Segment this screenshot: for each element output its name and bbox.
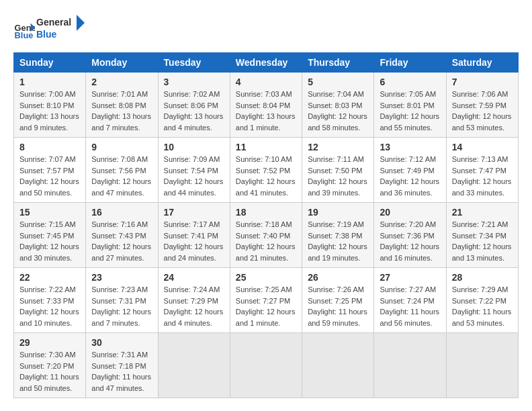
day-info: Sunrise: 7:05 AMSunset: 8:01 PMDaylight:… xyxy=(380,90,439,132)
calendar-cell: 27 Sunrise: 7:27 AMSunset: 7:24 PMDaylig… xyxy=(374,268,446,333)
day-number: 27 xyxy=(380,272,440,283)
day-info: Sunrise: 7:17 AMSunset: 7:41 PMDaylight:… xyxy=(164,220,224,262)
day-number: 30 xyxy=(91,337,152,348)
calendar-week-1: 1 Sunrise: 7:00 AMSunset: 8:10 PMDayligh… xyxy=(14,73,519,138)
calendar-week-4: 22 Sunrise: 7:22 AMSunset: 7:33 PMDaylig… xyxy=(14,268,519,333)
day-info: Sunrise: 7:06 AMSunset: 7:59 PMDaylight:… xyxy=(452,90,512,132)
day-number: 12 xyxy=(308,142,368,152)
day-number: 28 xyxy=(452,272,513,283)
day-number: 9 xyxy=(91,142,152,152)
calendar-week-2: 8 Sunrise: 7:07 AMSunset: 7:57 PMDayligh… xyxy=(14,138,519,203)
day-info: Sunrise: 7:18 AMSunset: 7:40 PMDaylight:… xyxy=(236,220,296,262)
calendar-cell: 20 Sunrise: 7:20 AMSunset: 7:36 PMDaylig… xyxy=(374,203,446,268)
day-info: Sunrise: 7:31 AMSunset: 7:18 PMDaylight:… xyxy=(91,351,151,392)
svg-text:Blue: Blue xyxy=(36,29,57,40)
day-info: Sunrise: 7:00 AMSunset: 8:10 PMDaylight:… xyxy=(19,90,79,132)
calendar-cell: 11 Sunrise: 7:10 AMSunset: 7:52 PMDaylig… xyxy=(230,138,302,203)
calendar-cell: 24 Sunrise: 7:24 AMSunset: 7:29 PMDaylig… xyxy=(158,268,230,333)
day-number: 1 xyxy=(19,77,80,87)
day-number: 20 xyxy=(380,207,440,218)
calendar-cell: 15 Sunrise: 7:15 AMSunset: 7:45 PMDaylig… xyxy=(14,203,86,268)
day-info: Sunrise: 7:09 AMSunset: 7:54 PMDaylight:… xyxy=(164,155,224,197)
logo-icon: General Blue xyxy=(13,19,35,40)
day-number: 26 xyxy=(308,272,368,283)
calendar-cell: 4 Sunrise: 7:03 AMSunset: 8:04 PMDayligh… xyxy=(230,73,302,138)
general-blue-logo: General Blue xyxy=(36,13,90,43)
calendar-cell: 28 Sunrise: 7:29 AMSunset: 7:22 PMDaylig… xyxy=(446,268,518,333)
col-header-sunday: Sunday xyxy=(14,53,86,73)
day-number: 21 xyxy=(452,207,513,218)
day-number: 17 xyxy=(164,207,224,218)
calendar-cell: 22 Sunrise: 7:22 AMSunset: 7:33 PMDaylig… xyxy=(14,268,86,333)
day-number: 19 xyxy=(308,207,368,218)
calendar-cell: 10 Sunrise: 7:09 AMSunset: 7:54 PMDaylig… xyxy=(158,138,230,203)
day-info: Sunrise: 7:30 AMSunset: 7:20 PMDaylight:… xyxy=(19,351,79,392)
calendar-cell xyxy=(374,333,446,398)
page-header: General Blue General Blue xyxy=(13,13,519,46)
col-header-tuesday: Tuesday xyxy=(158,53,230,73)
calendar-cell: 5 Sunrise: 7:04 AMSunset: 8:03 PMDayligh… xyxy=(302,73,374,138)
svg-text:General: General xyxy=(36,17,71,28)
day-info: Sunrise: 7:10 AMSunset: 7:52 PMDaylight:… xyxy=(236,155,296,197)
svg-text:Blue: Blue xyxy=(15,30,34,40)
calendar-cell: 16 Sunrise: 7:16 AMSunset: 7:43 PMDaylig… xyxy=(86,203,158,268)
col-header-wednesday: Wednesday xyxy=(230,53,302,73)
calendar-cell: 19 Sunrise: 7:19 AMSunset: 7:38 PMDaylig… xyxy=(302,203,374,268)
calendar-cell: 26 Sunrise: 7:26 AMSunset: 7:25 PMDaylig… xyxy=(302,268,374,333)
day-info: Sunrise: 7:21 AMSunset: 7:34 PMDaylight:… xyxy=(452,220,512,262)
day-info: Sunrise: 7:07 AMSunset: 7:57 PMDaylight:… xyxy=(19,155,79,197)
calendar-cell: 8 Sunrise: 7:07 AMSunset: 7:57 PMDayligh… xyxy=(14,138,86,203)
calendar-cell xyxy=(302,333,374,398)
day-info: Sunrise: 7:16 AMSunset: 7:43 PMDaylight:… xyxy=(91,220,151,262)
day-info: Sunrise: 7:15 AMSunset: 7:45 PMDaylight:… xyxy=(19,220,79,262)
calendar-cell: 2 Sunrise: 7:01 AMSunset: 8:08 PMDayligh… xyxy=(86,73,158,138)
calendar-cell xyxy=(446,333,518,398)
day-number: 2 xyxy=(91,77,152,87)
calendar-cell: 12 Sunrise: 7:11 AMSunset: 7:50 PMDaylig… xyxy=(302,138,374,203)
day-info: Sunrise: 7:22 AMSunset: 7:33 PMDaylight:… xyxy=(19,285,79,327)
calendar-header-row: SundayMondayTuesdayWednesdayThursdayFrid… xyxy=(14,53,519,73)
calendar-cell: 29 Sunrise: 7:30 AMSunset: 7:20 PMDaylig… xyxy=(14,333,86,398)
day-number: 14 xyxy=(452,142,513,152)
day-info: Sunrise: 7:20 AMSunset: 7:36 PMDaylight:… xyxy=(380,220,439,262)
day-info: Sunrise: 7:25 AMSunset: 7:27 PMDaylight:… xyxy=(236,285,296,327)
day-info: Sunrise: 7:04 AMSunset: 8:03 PMDaylight:… xyxy=(308,90,367,132)
calendar-cell: 23 Sunrise: 7:23 AMSunset: 7:31 PMDaylig… xyxy=(86,268,158,333)
col-header-monday: Monday xyxy=(86,53,158,73)
col-header-thursday: Thursday xyxy=(302,53,374,73)
calendar-cell: 14 Sunrise: 7:13 AMSunset: 7:47 PMDaylig… xyxy=(446,138,518,203)
day-number: 7 xyxy=(452,77,513,87)
calendar-cell: 1 Sunrise: 7:00 AMSunset: 8:10 PMDayligh… xyxy=(14,73,86,138)
day-info: Sunrise: 7:29 AMSunset: 7:22 PMDaylight:… xyxy=(452,285,512,327)
day-number: 4 xyxy=(236,77,296,87)
day-info: Sunrise: 7:11 AMSunset: 7:50 PMDaylight:… xyxy=(308,155,367,197)
day-number: 18 xyxy=(236,207,296,218)
day-number: 13 xyxy=(380,142,440,152)
calendar-cell: 7 Sunrise: 7:06 AMSunset: 7:59 PMDayligh… xyxy=(446,73,518,138)
calendar-cell: 17 Sunrise: 7:17 AMSunset: 7:41 PMDaylig… xyxy=(158,203,230,268)
day-info: Sunrise: 7:27 AMSunset: 7:24 PMDaylight:… xyxy=(380,285,439,327)
day-number: 16 xyxy=(91,207,152,218)
col-header-friday: Friday xyxy=(374,53,446,73)
day-info: Sunrise: 7:01 AMSunset: 8:08 PMDaylight:… xyxy=(91,90,151,132)
calendar-cell: 9 Sunrise: 7:08 AMSunset: 7:56 PMDayligh… xyxy=(86,138,158,203)
day-number: 6 xyxy=(380,77,440,87)
day-number: 3 xyxy=(164,77,224,87)
day-info: Sunrise: 7:03 AMSunset: 8:04 PMDaylight:… xyxy=(236,90,296,132)
calendar-cell: 6 Sunrise: 7:05 AMSunset: 8:01 PMDayligh… xyxy=(374,73,446,138)
calendar-cell xyxy=(230,333,302,398)
calendar-week-5: 29 Sunrise: 7:30 AMSunset: 7:20 PMDaylig… xyxy=(14,333,519,398)
day-number: 8 xyxy=(19,142,80,152)
day-info: Sunrise: 7:24 AMSunset: 7:29 PMDaylight:… xyxy=(164,285,224,327)
col-header-saturday: Saturday xyxy=(446,53,518,73)
day-info: Sunrise: 7:26 AMSunset: 7:25 PMDaylight:… xyxy=(308,285,367,327)
day-info: Sunrise: 7:02 AMSunset: 8:06 PMDaylight:… xyxy=(164,90,224,132)
svg-marker-4 xyxy=(77,15,85,31)
calendar-cell: 21 Sunrise: 7:21 AMSunset: 7:34 PMDaylig… xyxy=(446,203,518,268)
calendar-cell: 30 Sunrise: 7:31 AMSunset: 7:18 PMDaylig… xyxy=(86,333,158,398)
day-number: 5 xyxy=(308,77,368,87)
calendar-cell: 25 Sunrise: 7:25 AMSunset: 7:27 PMDaylig… xyxy=(230,268,302,333)
logo: General Blue General Blue xyxy=(13,13,90,46)
day-info: Sunrise: 7:19 AMSunset: 7:38 PMDaylight:… xyxy=(308,220,367,262)
calendar-cell: 18 Sunrise: 7:18 AMSunset: 7:40 PMDaylig… xyxy=(230,203,302,268)
